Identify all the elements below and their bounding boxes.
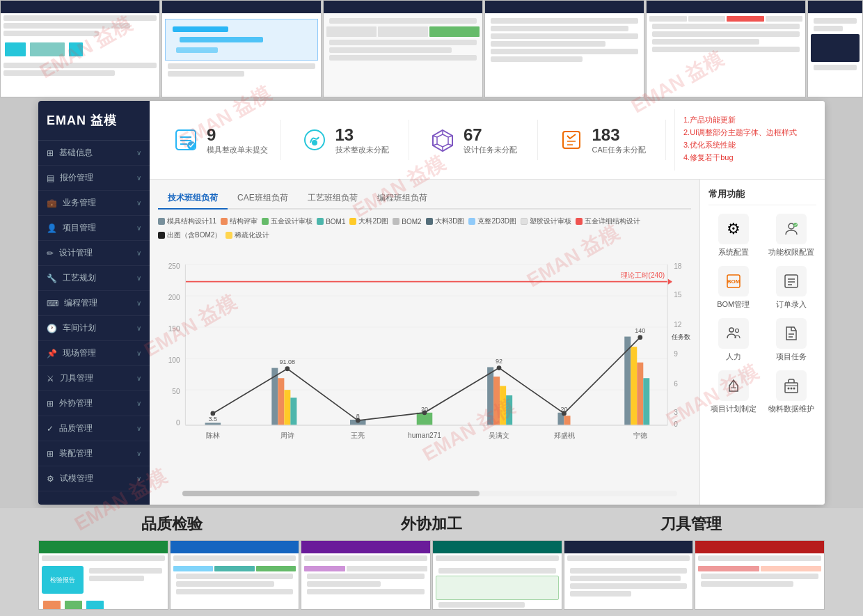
top-screenshot-6 [807, 0, 863, 97]
sidebar-item-yewu[interactable]: 💼 业务管理 ∨ [38, 191, 150, 216]
svg-text:BOM: BOM [727, 278, 740, 285]
stat-label-2: 设计任务未分配 [464, 145, 517, 155]
bottom-title-2: 刀具管理 [660, 514, 722, 535]
svg-text:吴满文: 吴满文 [489, 432, 509, 439]
chart-section: 技术班组负荷 CAE班组负荷 工艺班组负荷 编程班组负荷 模具结构设计11 结构… [150, 180, 699, 505]
sidebar-item-xiangmu[interactable]: 👤 项目管理 ∨ [38, 216, 150, 241]
qf-label-7: 物料数据维护 [768, 404, 814, 414]
qf-label-1: 功能权限配置 [768, 247, 814, 258]
svg-rect-43 [278, 378, 284, 425]
sidebar-item-chejian[interactable]: 🕐 车间计划 ∨ [38, 316, 150, 341]
stat-card-2[interactable]: 67 设计任务未分配 [418, 120, 538, 160]
stat-card-0[interactable]: 9 模具整改单未提交 [161, 120, 281, 160]
top-screenshot-2 [161, 0, 322, 97]
legend-7: 克整2D3D图 [468, 216, 516, 226]
qf-item-permission[interactable]: 功能权限配置 [767, 214, 817, 258]
chart-scrollbar[interactable] [182, 491, 677, 496]
note-0: 1.产品功能更新 [683, 115, 805, 125]
qf-label-6: 项目计划制定 [711, 404, 757, 414]
svg-rect-15 [563, 132, 580, 148]
sidebar-label-1: 报价管理 [60, 172, 93, 184]
main-content: 9 模具整改单未提交 13 技术整改未分配 [150, 101, 825, 505]
svg-text:郑盛桃: 郑盛桃 [554, 432, 575, 439]
stat-label-0: 模具整改单未提交 [207, 145, 268, 155]
top-strip [0, 0, 863, 97]
svg-point-99 [791, 388, 793, 390]
svg-text:理论工时(240): 理论工时(240) [621, 271, 665, 279]
svg-text:200: 200 [168, 294, 180, 301]
legend-8: 塑胶设计审核 [521, 216, 571, 226]
qf-item-project-plan[interactable]: 项目计划制定 [708, 370, 759, 414]
svg-rect-62 [643, 378, 649, 425]
arrow-icon-6: ∨ [136, 299, 141, 307]
shimo-icon: ⚙ [47, 474, 54, 484]
svg-rect-86 [785, 275, 798, 287]
tab-0[interactable]: 技术班组负荷 [158, 188, 228, 210]
qf-label-5: 项目任务 [776, 352, 807, 362]
svg-rect-51 [487, 367, 493, 425]
sidebar-item-zhuangpei[interactable]: ⊞ 装配管理 ∨ [38, 441, 150, 466]
sidebar-menu[interactable]: ⊞ 基础信息 ∨ ▤ 报价管理 ∨ 💼 业务管理 ∨ [38, 141, 150, 505]
svg-rect-53 [500, 386, 506, 425]
chejian-icon: 🕐 [47, 324, 57, 333]
sidebar-item-baojia[interactable]: ▤ 报价管理 ∨ [38, 166, 150, 191]
gongyi-icon: 🔧 [47, 274, 57, 283]
sidebar-item-waixie[interactable]: ⊞ 外协管理 ∨ [38, 391, 150, 416]
legend-0: 模具结构设计11 [158, 216, 216, 226]
svg-text:12: 12 [674, 321, 682, 329]
sidebar-logo: EMAN 益模 [38, 101, 150, 141]
svg-text:250: 250 [168, 262, 180, 270]
svg-point-70 [638, 335, 642, 340]
qf-item-sysconfg[interactable]: ⚙ 系统配置 [708, 214, 759, 258]
stat-card-3[interactable]: 183 CAE任务未分配 [546, 120, 667, 160]
stat-number-3: 183 [592, 125, 647, 145]
sidebar-label-13: 试模管理 [60, 473, 93, 484]
svg-text:human271: human271 [408, 432, 441, 439]
qf-item-material[interactable]: 物料数据维护 [767, 370, 817, 414]
scrollbar-thumb[interactable] [182, 491, 480, 496]
bom-icon: BOM [718, 266, 749, 297]
svg-text:18: 18 [674, 262, 682, 270]
svg-point-98 [788, 388, 790, 390]
tab-3[interactable]: 编程班组负荷 [367, 188, 437, 210]
stat-info-2: 67 设计任务未分配 [464, 125, 517, 155]
sheji-icon: ✏ [47, 248, 54, 258]
legend-11: 稀疏化设计 [225, 230, 269, 240]
zhuangpei-icon: ⊞ [47, 449, 54, 459]
sidebar-item-shimo[interactable]: ⚙ 试模管理 ∨ [38, 466, 150, 491]
bottom-screenshot-1 [170, 540, 300, 610]
svg-point-90 [729, 328, 734, 332]
qf-item-order[interactable]: 订单录入 [767, 266, 817, 310]
sidebar-label-5: 工艺规划 [63, 272, 96, 284]
sidebar-item-jichuxxinxi[interactable]: ⊞ 基础信息 ∨ [38, 141, 150, 166]
legend-label-10: 出图（含BOM2） [167, 230, 221, 240]
top-screenshot-3 [323, 0, 483, 97]
svg-rect-54 [506, 395, 512, 425]
qf-item-task[interactable]: 项目任务 [767, 318, 817, 362]
qf-item-bom[interactable]: BOM BOM管理 [708, 266, 759, 310]
sidebar-label-0: 基础信息 [59, 147, 93, 159]
tab-1[interactable]: CAE班组负荷 [228, 188, 298, 210]
svg-rect-44 [284, 390, 290, 425]
permission-icon [776, 214, 807, 244]
svg-rect-60 [631, 347, 637, 425]
stat-icon-0 [172, 126, 200, 154]
legend-1: 结构评审 [221, 216, 258, 226]
qf-item-manpower[interactable]: 人力 [708, 318, 759, 362]
bottom-screenshot-3 [432, 540, 562, 610]
sidebar-item-xianchang[interactable]: 📌 现场管理 ∨ [38, 341, 150, 366]
sidebar-item-daoju[interactable]: ⚔ 刀具管理 ∨ [38, 366, 150, 391]
sidebar-item-biancheng[interactable]: ⌨ 编程管理 ∨ [38, 291, 150, 316]
sidebar-item-gongyi[interactable]: 🔧 工艺规划 ∨ [38, 266, 150, 291]
sidebar-item-sheji[interactable]: ✏ 设计管理 ∨ [38, 241, 150, 266]
svg-point-66 [356, 418, 361, 423]
sidebar-item-pinzhi[interactable]: ✓ 品质管理 ∨ [38, 416, 150, 441]
svg-point-65 [285, 366, 290, 371]
biancheng-icon: ⌨ [47, 299, 58, 308]
stat-card-1[interactable]: 13 技术整改未分配 [290, 120, 410, 160]
bottom-screenshot-2 [301, 540, 431, 610]
arrow-icon-3: ∨ [136, 224, 141, 232]
svg-rect-45 [290, 397, 296, 425]
tab-2[interactable]: 工艺班组负荷 [298, 188, 367, 210]
sidebar-label-8: 现场管理 [63, 347, 96, 359]
